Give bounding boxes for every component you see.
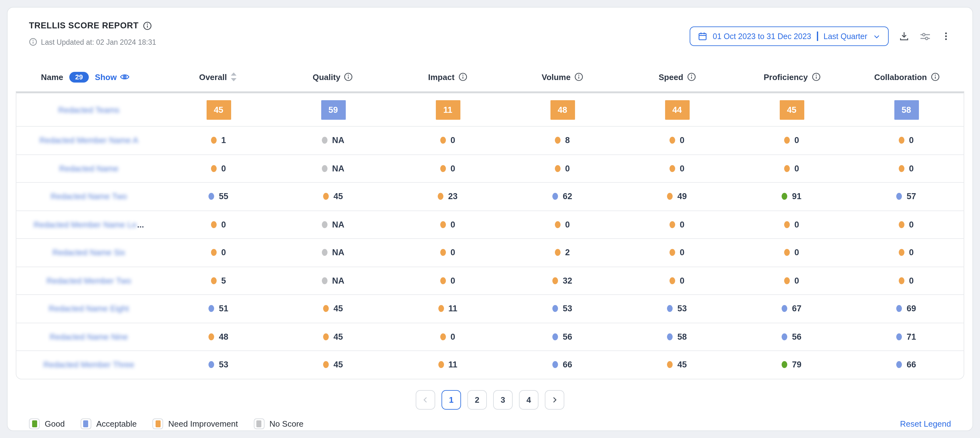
info-icon[interactable]: [574, 72, 583, 81]
legend-item-acceptable[interactable]: Acceptable: [81, 418, 137, 429]
page-title: TRELLIS SCORE REPORT: [29, 21, 138, 30]
pagination-page-4[interactable]: 4: [519, 390, 538, 409]
member-name-link[interactable]: Redacted Member Name Lo...: [16, 220, 161, 229]
redacted-name-text: Redacted Teams: [58, 105, 120, 115]
column-settings-icon[interactable]: [920, 30, 931, 42]
score-cell-speed: 58: [620, 332, 734, 342]
score-cell-speed: 0: [620, 276, 734, 285]
status-dot: [897, 362, 902, 368]
column-header-overall[interactable]: Overall: [161, 72, 275, 81]
member-name-link[interactable]: Redacted Name: [16, 164, 161, 173]
status-dot: [899, 277, 904, 284]
info-icon[interactable]: [458, 72, 467, 81]
sort-icon[interactable]: [231, 72, 237, 81]
status-dot: [897, 305, 902, 312]
score-value: 45: [334, 332, 343, 342]
info-icon[interactable]: [687, 72, 696, 81]
chevron-down-icon: [873, 32, 880, 40]
score-value: 53: [219, 360, 228, 370]
score-cell-overall: 0: [161, 164, 276, 173]
score-value: 0: [909, 164, 913, 173]
legend-swatch-icon: [153, 418, 163, 429]
legend-label: Need Improvement: [168, 419, 238, 428]
date-range-picker[interactable]: 01 Oct 2023 to 31 Dec 2023 Last Quarter: [689, 27, 889, 46]
score-cell-quality: NA: [276, 276, 390, 285]
score-value: 49: [678, 192, 687, 201]
redacted-name-text: Redacted Name Nine: [50, 332, 128, 342]
status-dot: [899, 137, 904, 144]
status-dot: [209, 362, 215, 368]
column-header-proficiency: Proficiency: [735, 72, 850, 81]
score-value: 32: [563, 276, 572, 285]
member-name-link[interactable]: Redacted Member Two: [16, 276, 161, 285]
status-dot: [670, 277, 675, 284]
score-value: 0: [679, 276, 684, 285]
pagination-next-button[interactable]: [545, 390, 564, 409]
more-menu-icon[interactable]: [941, 31, 951, 41]
score-value: 51: [219, 304, 228, 314]
pagination-page-3[interactable]: 3: [493, 390, 513, 409]
last-updated-info-icon[interactable]: [29, 38, 37, 46]
report-viewport: TRELLIS SCORE REPORT Last Updated at: 02…: [0, 0, 980, 438]
member-name-link[interactable]: Redacted Name Eight: [16, 304, 161, 314]
score-cell-speed: 44: [620, 100, 734, 119]
score-bar: 59: [321, 100, 345, 119]
title-info-icon[interactable]: [143, 21, 152, 30]
score-cell-overall: 48: [161, 332, 276, 342]
redacted-name-text: Redacted Name Six: [52, 248, 125, 258]
legend-item-need_improvement[interactable]: Need Improvement: [153, 418, 238, 429]
status-dot: [322, 137, 328, 144]
table-row: Redacted Member Name A1NA08000: [16, 126, 964, 154]
score-value: NA: [332, 276, 345, 285]
score-value: 0: [565, 220, 570, 229]
member-name-link[interactable]: Redacted Teams: [16, 105, 161, 115]
reset-legend-link[interactable]: Reset Legend: [900, 419, 951, 428]
legend-item-no_score[interactable]: No Score: [253, 418, 303, 429]
score-value: 66: [907, 360, 916, 370]
status-dot: [209, 333, 215, 340]
download-icon[interactable]: [899, 31, 910, 41]
score-cell-speed: 0: [620, 164, 734, 173]
score-value: NA: [332, 220, 345, 229]
status-dot: [553, 333, 558, 340]
score-cell-collaboration: 57: [849, 192, 964, 201]
info-icon[interactable]: [344, 72, 353, 81]
score-cell-collaboration: 71: [849, 332, 964, 342]
pagination: 1234: [16, 390, 964, 409]
calendar-icon: [697, 32, 707, 41]
score-cell-proficiency: 0: [734, 220, 849, 229]
score-value: 53: [563, 304, 572, 314]
score-cell-collaboration: 69: [849, 304, 964, 314]
last-updated-text: Last Updated at: 02 Jan 2024 18:31: [41, 38, 156, 46]
status-dot: [438, 193, 444, 200]
pagination-prev-button[interactable]: [416, 390, 435, 409]
info-icon[interactable]: [931, 72, 939, 81]
member-name-link[interactable]: Redacted Name Nine: [16, 332, 161, 342]
show-names-button[interactable]: Show: [95, 72, 130, 82]
score-value: 0: [450, 248, 455, 258]
status-dot: [553, 305, 558, 312]
status-dot: [322, 221, 328, 228]
status-dot: [211, 249, 217, 256]
pagination-page-2[interactable]: 2: [467, 390, 487, 409]
status-dot: [211, 137, 217, 144]
score-value: 0: [450, 220, 455, 229]
redacted-name-text: Redacted Name Eight: [49, 304, 129, 314]
score-table-body: Redacted Teams45591148444558Redacted Mem…: [16, 91, 964, 379]
score-cell-impact: 0: [390, 248, 505, 258]
score-cell-impact: 11: [390, 100, 505, 119]
status-dot: [440, 137, 446, 144]
table-row: Redacted Member Three53451166457966: [16, 350, 964, 378]
member-name-link[interactable]: Redacted Name Six: [16, 248, 161, 258]
status-dot: [897, 333, 902, 340]
pagination-page-1[interactable]: 1: [442, 390, 461, 409]
row-count-badge: 29: [70, 72, 89, 82]
member-name-link[interactable]: Redacted Member Name A: [16, 136, 161, 145]
info-icon[interactable]: [811, 72, 820, 81]
score-value: 0: [794, 220, 799, 229]
status-dot: [897, 193, 902, 200]
member-name-link[interactable]: Redacted Name Two: [16, 192, 161, 201]
member-name-link[interactable]: Redacted Member Three: [16, 360, 161, 370]
score-value: 0: [450, 136, 455, 145]
legend-item-good[interactable]: Good: [29, 418, 65, 429]
